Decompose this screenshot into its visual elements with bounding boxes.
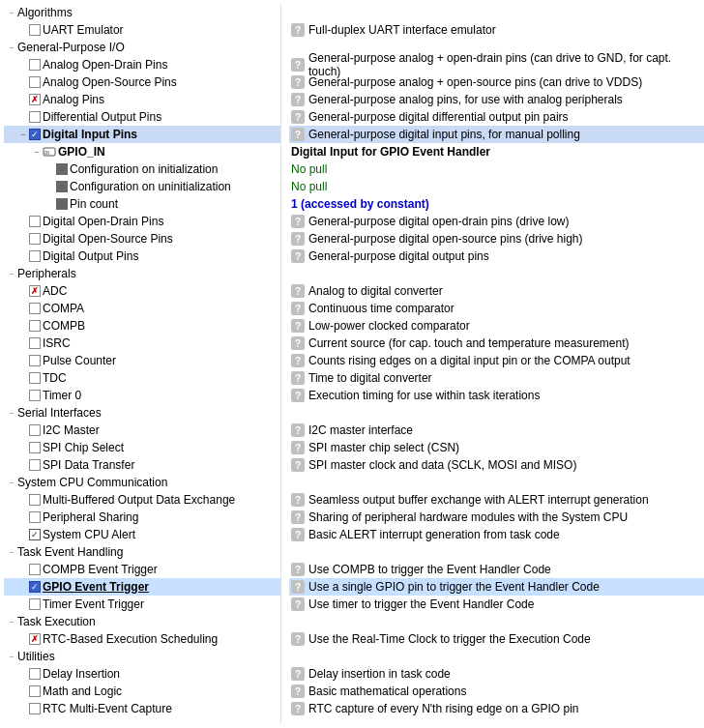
item-isrc[interactable]: ISRC [4,335,280,352]
checkbox-rtc-scheduling[interactable] [29,633,41,645]
help-compb-event-trigger[interactable]: ? [291,563,305,576]
item-compb-event-trigger[interactable]: COMPB Event Trigger [4,561,280,578]
item-math-and-logic[interactable]: Math and Logic [4,683,280,700]
item-peripheral-sharing[interactable]: Peripheral Sharing [4,509,280,526]
help-i2c-master[interactable]: ? [291,423,305,437]
help-digital-open-drain[interactable]: ? [291,215,305,228]
checkbox-isrc[interactable] [29,337,41,349]
help-timer0[interactable]: ? [291,389,305,402]
checkbox-rtc-multi-event[interactable] [29,703,41,714]
checkbox-pulse-counter[interactable] [29,355,41,366]
checkbox-gpio-event-trigger[interactable] [29,581,41,593]
help-timer-event-trigger[interactable]: ? [291,597,305,611]
item-digital-output-pins[interactable]: Digital Output Pins [4,248,280,265]
checkbox-timer0[interactable] [29,390,41,401]
checkbox-digital-open-drain[interactable] [29,216,41,227]
help-compb[interactable]: ? [291,319,305,333]
help-rtc-scheduling[interactable]: ? [291,632,305,646]
item-i2c-master[interactable]: I2C Master [4,422,280,439]
item-gpio-event-trigger[interactable]: GPIO Event Trigger [4,578,280,596]
checkbox-spi-data-transfer[interactable] [29,459,41,471]
help-analog-open-source[interactable]: ? [291,75,305,89]
item-analog-open-drain[interactable]: Analog Open-Drain Pins [4,56,280,73]
item-compa[interactable]: COMPA [4,300,280,317]
section-serial[interactable]: − Serial Interfaces [4,404,280,422]
checkbox-tdc[interactable] [29,372,41,384]
help-pulse-counter[interactable]: ? [291,354,305,367]
checkbox-compb-event-trigger[interactable] [29,564,41,575]
help-compa[interactable]: ? [291,302,305,315]
item-pulse-counter[interactable]: Pulse Counter [4,352,280,369]
help-uart-emulator[interactable]: ? [291,23,305,37]
help-rtc-multi-event[interactable]: ? [291,702,305,715]
help-gpio-event-trigger[interactable]: ? [291,580,305,594]
checkbox-math-and-logic[interactable] [29,685,41,697]
checkbox-digital-output-pins[interactable] [29,250,41,262]
help-system-cpu-alert[interactable]: ? [291,528,305,541]
help-analog-pins[interactable]: ? [291,93,305,106]
checkbox-i2c-master[interactable] [29,424,41,436]
item-uart-emulator[interactable]: UART Emulator [4,21,280,39]
item-digital-input-pins[interactable]: − Digital Input Pins [4,126,280,143]
help-tdc[interactable]: ? [291,371,305,385]
item-spi-data-transfer[interactable]: SPI Data Transfer [4,456,280,474]
help-adc[interactable]: ? [291,284,305,298]
help-delay-insertion[interactable]: ? [291,667,305,681]
item-analog-pins[interactable]: Analog Pins [4,91,280,108]
item-compb[interactable]: COMPB [4,317,280,335]
checkbox-analog-pins[interactable] [29,94,41,105]
checkbox-digital-input-pins[interactable] [29,129,41,140]
checkbox-adc[interactable] [29,285,41,297]
checkbox-analog-open-source[interactable] [29,76,41,88]
help-spi-data-transfer[interactable]: ? [291,458,305,472]
section-task-execution[interactable]: − Task Execution [4,613,280,630]
help-analog-open-drain[interactable]: ? [291,58,305,72]
item-system-cpu-alert[interactable]: System CPU Alert [4,526,280,543]
item-analog-open-source[interactable]: Analog Open-Source Pins [4,73,280,91]
item-timer-event-trigger[interactable]: Timer Event Trigger [4,596,280,613]
item-digital-open-drain[interactable]: Digital Open-Drain Pins [4,213,280,230]
help-differential-output[interactable]: ? [291,110,305,124]
item-config-uninit[interactable]: Configuration on uninitialization [4,178,280,195]
section-gpio[interactable]: − General-Purpose I/O [4,39,280,56]
help-spi-chip-select[interactable]: ? [291,441,305,454]
item-spi-chip-select[interactable]: SPI Chip Select [4,439,280,456]
item-digital-open-source[interactable]: Digital Open-Source Pins [4,230,280,248]
item-multi-buffered[interactable]: Multi-Buffered Output Data Exchange [4,491,280,509]
checkbox-digital-open-source[interactable] [29,233,41,245]
help-digital-input-pins[interactable]: ? [291,128,305,141]
item-rtc-scheduling[interactable]: RTC-Based Execution Scheduling [4,630,280,648]
help-isrc[interactable]: ? [291,336,305,350]
item-delay-insertion[interactable]: Delay Insertion [4,665,280,683]
section-peripherals[interactable]: − Peripherals [4,265,280,282]
checkbox-differential-output[interactable] [29,111,41,123]
section-system-cpu[interactable]: − System CPU Communication [4,474,280,491]
checkbox-compb[interactable] [29,320,41,332]
item-adc[interactable]: ADC [4,282,280,300]
item-pin-count[interactable]: Pin count [4,195,280,213]
help-multi-buffered[interactable]: ? [291,493,305,507]
help-digital-output-pins[interactable]: ? [291,249,305,263]
checkbox-peripheral-sharing[interactable] [29,511,41,523]
help-peripheral-sharing[interactable]: ? [291,510,305,524]
item-differential-output[interactable]: Differential Output Pins [4,108,280,126]
item-rtc-multi-event[interactable]: RTC Multi-Event Capture [4,700,280,717]
help-math-and-logic[interactable]: ? [291,684,305,698]
checkbox-spi-chip-select[interactable] [29,442,41,453]
checkbox-system-cpu-alert[interactable] [29,529,41,540]
section-algorithms[interactable]: − Algorithms [4,4,280,21]
item-tdc[interactable]: TDC [4,369,280,387]
item-timer0[interactable]: Timer 0 [4,387,280,404]
checkbox-uart-emulator[interactable] [29,24,41,36]
checkbox-timer-event-trigger[interactable] [29,598,41,610]
right-adc: ? Analog to digital converter [289,282,704,300]
help-digital-open-source[interactable]: ? [291,232,305,246]
item-gpio-in[interactable]: − ⊞ GPIO_IN [4,143,280,160]
item-config-init[interactable]: Configuration on initialization [4,160,280,178]
checkbox-multi-buffered[interactable] [29,494,41,506]
checkbox-delay-insertion[interactable] [29,668,41,680]
section-utilities[interactable]: − Utilities [4,648,280,665]
section-task-event[interactable]: − Task Event Handling [4,543,280,561]
checkbox-compa[interactable] [29,303,41,314]
checkbox-analog-open-drain[interactable] [29,59,41,71]
